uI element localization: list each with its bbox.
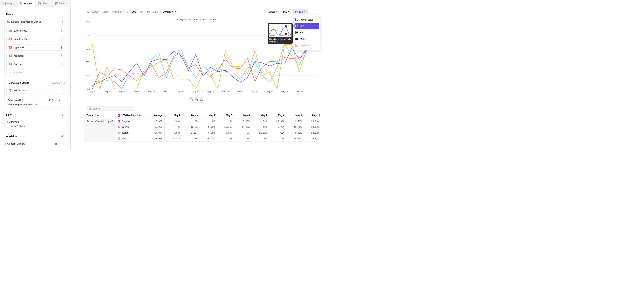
- svg-text:0%: 0%: [87, 88, 90, 90]
- svg-text:May 26: May 26: [266, 90, 273, 92]
- svg-text:May 18: May 18: [207, 90, 214, 92]
- svg-text:May 16: May 16: [192, 90, 199, 92]
- svg-text:May 30: May 30: [296, 90, 302, 92]
- svg-text:10%: 10%: [86, 74, 90, 77]
- svg-text:May 2: May 2: [90, 90, 95, 92]
- svg-text:20%: 20%: [86, 61, 90, 64]
- svg-text:50%: 50%: [86, 21, 90, 23]
- svg-text:May 12: May 12: [163, 90, 170, 92]
- svg-text:40%: 40%: [86, 34, 90, 37]
- svg-text:May 22: May 22: [237, 90, 244, 92]
- svg-text:May 28: May 28: [281, 90, 288, 92]
- svg-text:May 20: May 20: [222, 90, 229, 92]
- svg-text:May 10: May 10: [148, 90, 155, 92]
- svg-text:May 4: May 4: [104, 90, 110, 92]
- svg-text:May 8: May 8: [134, 90, 139, 92]
- svg-text:30%: 30%: [86, 48, 90, 50]
- svg-text:May 14: May 14: [178, 90, 184, 92]
- svg-text:May 24: May 24: [252, 90, 258, 92]
- svg-text:May 6: May 6: [119, 90, 124, 92]
